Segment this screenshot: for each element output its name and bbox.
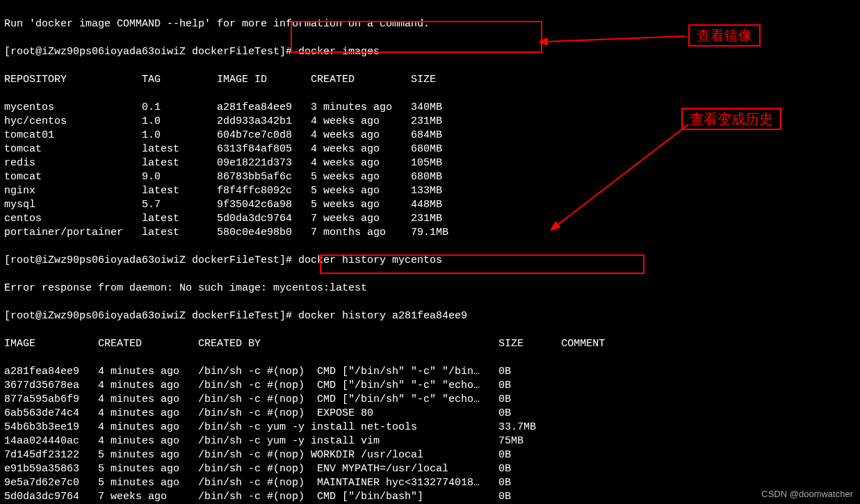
- command-docker-history-imageid: [root@iZwz90ps06ioyada63oiwiZ dockerFile…: [4, 309, 856, 323]
- table-row: 7d145df23122 5 minutes ago /bin/sh -c #(…: [4, 448, 856, 462]
- images-table-body: mycentos 0.1 a281fea84ee9 3 minutes ago …: [4, 101, 856, 240]
- images-table-header: REPOSITORY TAG IMAGE ID CREATED SIZE: [4, 73, 856, 87]
- table-row: nginx latest f8f4ffc8092c 5 weeks ago 13…: [4, 184, 856, 198]
- table-row: 9e5a7d62e7c0 5 minutes ago /bin/sh -c #(…: [4, 476, 856, 490]
- table-row: 6ab563de74c4 4 minutes ago /bin/sh -c #(…: [4, 407, 856, 421]
- history-table-header: IMAGE CREATED CREATED BY SIZE COMMENT: [4, 337, 856, 351]
- command-docker-history-mycentos: [root@iZwz90ps06ioyada63oiwiZ dockerFile…: [4, 254, 856, 268]
- table-row: e91b59a35863 5 minutes ago /bin/sh -c #(…: [4, 462, 856, 476]
- table-row: redis latest 09e18221d373 4 weeks ago 10…: [4, 156, 856, 170]
- error-response: Error response from daemon: No such imag…: [4, 282, 856, 295]
- terminal-output[interactable]: Run 'docker image COMMAND --help' for mo…: [0, 0, 860, 504]
- table-row: tomcat01 1.0 604b7ce7c0d8 4 weeks ago 68…: [4, 129, 856, 143]
- table-row: tomcat 9.0 86783bb5af6c 5 weeks ago 680M…: [4, 170, 856, 184]
- help-text: Run 'docker image COMMAND --help' for mo…: [4, 17, 856, 31]
- table-row: mysql 5.7 9f35042c6a98 5 weeks ago 448MB: [4, 198, 856, 212]
- table-row: 14aa024440ac 4 minutes ago /bin/sh -c yu…: [4, 434, 856, 448]
- table-row: tomcat latest 6313f84af805 4 weeks ago 6…: [4, 143, 856, 156]
- table-row: 3677d35678ea 4 minutes ago /bin/sh -c #(…: [4, 379, 856, 393]
- table-row: 54b6b3b3ee19 4 minutes ago /bin/sh -c yu…: [4, 421, 856, 434]
- history-table-body: a281fea84ee9 4 minutes ago /bin/sh -c #(…: [4, 365, 856, 504]
- table-row: 5d0da3dc9764 7 weeks ago /bin/sh -c #(no…: [4, 490, 856, 504]
- table-row: centos latest 5d0da3dc9764 7 weeks ago 2…: [4, 212, 856, 226]
- table-row: mycentos 0.1 a281fea84ee9 3 minutes ago …: [4, 101, 856, 115]
- table-row: 877a595ab6f9 4 minutes ago /bin/sh -c #(…: [4, 393, 856, 407]
- table-row: hyc/centos 1.0 2dd933a342b1 4 weeks ago …: [4, 115, 856, 129]
- command-docker-images: [root@iZwz90ps06ioyada63oiwiZ dockerFile…: [4, 45, 856, 59]
- table-row: portainer/portainer latest 580c0e4e98b0 …: [4, 226, 856, 240]
- watermark: CSDN @doomwatcher: [761, 487, 853, 501]
- table-row: a281fea84ee9 4 minutes ago /bin/sh -c #(…: [4, 365, 856, 379]
